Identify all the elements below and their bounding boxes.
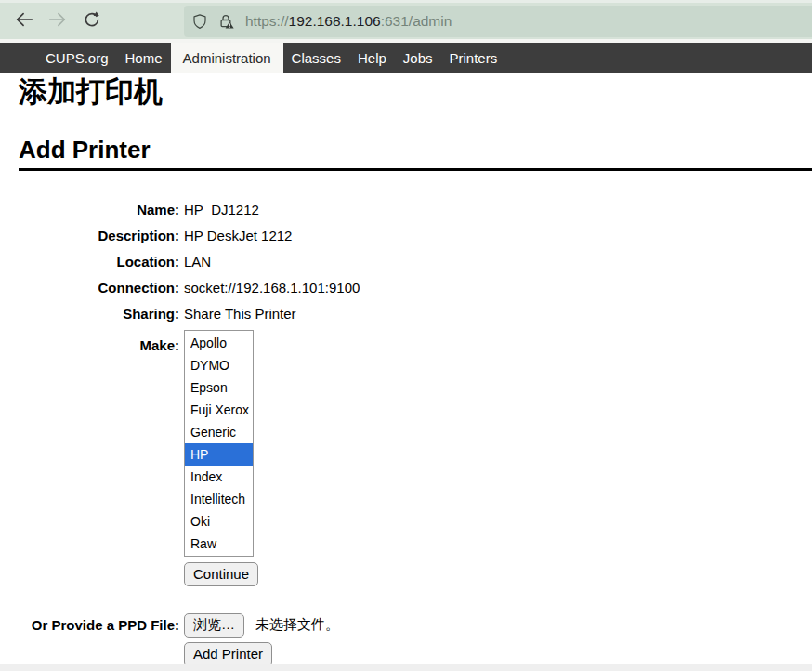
make-option-dymo[interactable]: DYMO bbox=[185, 354, 253, 376]
form-row-name: Name: HP_DJ1212 bbox=[19, 197, 812, 223]
form-row-connection: Connection: socket://192.168.1.101:9100 bbox=[19, 275, 812, 301]
make-option-fuji-xerox[interactable]: Fuji Xerox bbox=[185, 399, 253, 421]
browse-button[interactable]: 浏览… bbox=[184, 613, 244, 638]
shield-icon[interactable] bbox=[191, 13, 208, 30]
nav-tab-home[interactable]: Home bbox=[117, 43, 171, 73]
make-option-index[interactable]: Index bbox=[185, 466, 253, 488]
make-option-hp-selected[interactable]: HP bbox=[185, 443, 253, 466]
name-value: HP_DJ1212 bbox=[184, 202, 259, 217]
lock-warning-icon[interactable] bbox=[217, 13, 234, 30]
url-path: :631/admin bbox=[381, 13, 452, 29]
form-row-make: Make: Apollo DYMO Epson Fuji Xerox Gener… bbox=[19, 330, 812, 557]
ppd-label: Or Provide a PPD File: bbox=[19, 617, 179, 633]
forward-arrow-icon bbox=[47, 9, 68, 33]
make-select-list[interactable]: Apollo DYMO Epson Fuji Xerox Generic HP … bbox=[184, 330, 254, 557]
name-label: Name: bbox=[19, 202, 179, 217]
url-scheme: https:// bbox=[245, 13, 289, 29]
page-title-localized: 添加打印机 bbox=[19, 77, 812, 108]
browser-toolbar: https://192.168.1.106:631/admin bbox=[0, 0, 812, 39]
form-row-ppd: Or Provide a PPD File: 浏览… 未选择文件。 bbox=[19, 613, 812, 638]
nav-tab-help[interactable]: Help bbox=[349, 43, 395, 73]
add-printer-row: Add Printer bbox=[184, 642, 812, 666]
location-value: LAN bbox=[184, 254, 211, 270]
back-button[interactable] bbox=[13, 10, 35, 33]
url-host: 192.168.1.106 bbox=[289, 13, 381, 29]
reload-button[interactable] bbox=[80, 10, 102, 33]
nav-tab-jobs[interactable]: Jobs bbox=[395, 43, 441, 73]
add-printer-button[interactable]: Add Printer bbox=[184, 642, 272, 666]
cups-nav-bar: CUPS.org Home Administration Classes Hel… bbox=[0, 43, 812, 73]
add-printer-form: Name: HP_DJ1212 Description: HP DeskJet … bbox=[19, 197, 812, 666]
make-option-intellitech[interactable]: Intellitech bbox=[185, 488, 253, 510]
make-option-apollo[interactable]: Apollo bbox=[185, 332, 253, 354]
nav-tab-cups-org[interactable]: CUPS.org bbox=[37, 43, 117, 73]
url-text: https://192.168.1.106:631/admin bbox=[245, 13, 452, 30]
page-content: 添加打印机 Add Printer Name: HP_DJ1212 Descri… bbox=[0, 77, 812, 666]
location-label: Location: bbox=[19, 254, 179, 270]
reload-icon bbox=[83, 10, 100, 32]
description-value: HP DeskJet 1212 bbox=[184, 228, 292, 243]
nav-tab-classes[interactable]: Classes bbox=[283, 43, 349, 73]
sharing-label: Sharing: bbox=[19, 306, 179, 322]
form-row-sharing: Sharing: Share This Printer bbox=[19, 301, 812, 327]
connection-value: socket://192.168.1.101:9100 bbox=[184, 280, 360, 296]
nav-tab-administration[interactable]: Administration bbox=[171, 43, 283, 73]
bottom-edge-strip bbox=[0, 664, 812, 671]
form-row-location: Location: LAN bbox=[19, 249, 812, 275]
nav-tab-printers[interactable]: Printers bbox=[441, 43, 506, 73]
continue-button[interactable]: Continue bbox=[184, 562, 258, 586]
make-option-generic[interactable]: Generic bbox=[185, 421, 253, 443]
make-label: Make: bbox=[19, 330, 179, 353]
no-file-selected-text: 未选择文件。 bbox=[255, 616, 339, 634]
form-row-description: Description: HP DeskJet 1212 bbox=[19, 223, 812, 249]
make-option-raw[interactable]: Raw bbox=[185, 533, 253, 555]
connection-label: Connection: bbox=[19, 280, 179, 296]
make-option-epson[interactable]: Epson bbox=[185, 376, 253, 399]
back-arrow-icon bbox=[14, 9, 34, 33]
continue-row: Continue bbox=[184, 562, 812, 586]
page-title: Add Printer bbox=[19, 138, 812, 171]
make-option-oki[interactable]: Oki bbox=[185, 510, 253, 533]
description-label: Description: bbox=[19, 228, 179, 243]
sharing-value: Share This Printer bbox=[184, 306, 296, 322]
url-bar[interactable]: https://192.168.1.106:631/admin bbox=[184, 6, 812, 37]
forward-button[interactable] bbox=[46, 10, 69, 33]
